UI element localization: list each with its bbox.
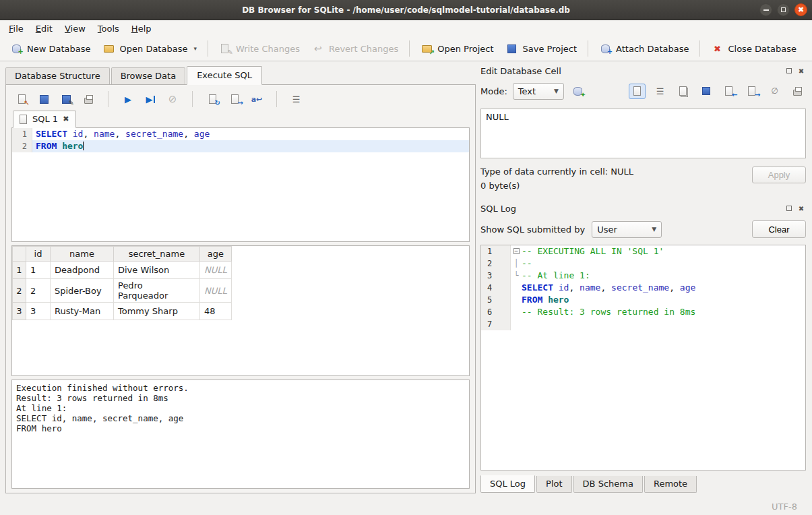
- print-sql-button[interactable]: [81, 92, 96, 107]
- text-mode-toggle-button[interactable]: [629, 84, 646, 99]
- new-database-button[interactable]: + New Database: [4, 39, 97, 58]
- cell-editor[interactable]: NULL: [480, 109, 806, 158]
- export-cell-button[interactable]: →: [743, 84, 760, 99]
- row-number[interactable]: 3: [13, 303, 26, 320]
- editor-line-current: 2 FROM hero: [12, 140, 469, 152]
- column-header-name[interactable]: name: [51, 247, 114, 262]
- results-grid[interactable]: id name secret_name age 1 1 Deadpond Div…: [11, 245, 470, 376]
- minimize-button[interactable]: [759, 3, 772, 16]
- new-database-icon: +: [10, 42, 22, 55]
- print-cell-button[interactable]: [789, 84, 806, 99]
- apply-button[interactable]: Apply: [752, 166, 806, 183]
- log-line: 1 − -- EXECUTING ALL IN 'SQL 1': [481, 245, 805, 258]
- execute-all-button[interactable]: ▶: [121, 92, 135, 107]
- save-sql-file-as-button[interactable]: ✎: [59, 92, 73, 107]
- attach-database-button[interactable]: + Attach Database: [593, 39, 695, 58]
- titlebar[interactable]: DB Browser for SQLite - /home/user/code/…: [0, 0, 812, 20]
- open-database-button[interactable]: Open Database ▾: [97, 39, 203, 58]
- sql-token: [542, 295, 548, 305]
- menu-file[interactable]: File: [3, 22, 30, 36]
- sql-token: ,: [569, 282, 580, 293]
- cell-age[interactable]: NULL: [200, 262, 232, 279]
- dock-tab-sql-log[interactable]: SQL Log: [480, 475, 535, 493]
- open-file-in-cell-button[interactable]: ✦: [569, 84, 586, 99]
- cell-secret-name[interactable]: Dive Wilson: [114, 262, 200, 279]
- clear-log-button[interactable]: Clear: [752, 220, 806, 238]
- find-replace-button[interactable]: ↻: [205, 92, 220, 107]
- open-sql-file-button[interactable]: ↖: [14, 92, 29, 107]
- word-wrap-toggle-button[interactable]: ☰: [652, 84, 668, 99]
- dock-tab-remote[interactable]: Remote: [644, 476, 697, 493]
- execute-current-line-button[interactable]: ▶: [143, 92, 158, 107]
- cell-age[interactable]: 48: [200, 303, 232, 320]
- cell-secret-name[interactable]: Tommy Sharp: [114, 303, 200, 320]
- menu-tools[interactable]: Tools: [92, 22, 125, 36]
- cell-age[interactable]: NULL: [200, 279, 232, 303]
- sql-tab[interactable]: SQL 1 ✖: [13, 111, 76, 128]
- row-number[interactable]: 1: [13, 262, 26, 279]
- cell-id[interactable]: 1: [26, 262, 51, 279]
- revert-changes-button[interactable]: ↩ Revert Changes: [306, 39, 404, 58]
- fold-marker-icon[interactable]: −: [511, 245, 522, 258]
- open-project-button[interactable]: ↗ Open Project: [414, 39, 499, 58]
- cell-name[interactable]: Spider-Boy: [51, 279, 114, 303]
- copy-cell-button[interactable]: [675, 84, 691, 99]
- corner-header[interactable]: [13, 247, 26, 262]
- row-number[interactable]: 2: [13, 279, 26, 303]
- sql-token: id: [73, 129, 84, 139]
- open-database-dropdown-icon[interactable]: ▾: [193, 45, 197, 52]
- cell-name[interactable]: Rusty-Man: [51, 303, 114, 320]
- close-window-button[interactable]: ✖: [794, 3, 807, 16]
- sql-token: ,: [83, 129, 94, 139]
- column-header-secret-name[interactable]: secret_name: [114, 247, 200, 262]
- message-line: Result: 3 rows returned in 8ms: [16, 393, 465, 403]
- menu-edit[interactable]: Edit: [30, 22, 59, 36]
- dock-tab-plot[interactable]: Plot: [536, 476, 572, 493]
- column-header-id[interactable]: id: [26, 247, 51, 262]
- log-line-number: 5: [481, 294, 511, 306]
- cell-secret-name[interactable]: Pedro Parqueador: [114, 279, 200, 303]
- close-dock-button[interactable]: ✖: [797, 66, 806, 75]
- float-dock-button[interactable]: [784, 66, 794, 75]
- column-header-age[interactable]: age: [200, 247, 232, 262]
- cell-id[interactable]: 3: [26, 303, 51, 320]
- cell-id[interactable]: 2: [26, 279, 51, 303]
- export-results-button[interactable]: →: [227, 92, 242, 107]
- write-changes-button[interactable]: ✎ Write Changes: [213, 39, 306, 58]
- tab-execute-sql[interactable]: Execute SQL: [187, 66, 262, 85]
- execution-message-box[interactable]: Execution finished without errors. Resul…: [11, 380, 470, 489]
- sql-editor[interactable]: 1 SELECT id, name, secret_name, age 2 FR…: [11, 127, 470, 242]
- save-sql-file-button[interactable]: [36, 92, 51, 107]
- word-wrap-button[interactable]: a↩: [249, 92, 264, 107]
- text-document-icon: [631, 85, 644, 97]
- close-database-icon: ✖: [711, 42, 723, 55]
- log-line-number: 7: [481, 318, 511, 330]
- close-dock-button[interactable]: ✖: [797, 204, 806, 213]
- tab-database-structure[interactable]: Database Structure: [5, 67, 110, 84]
- play-icon: ▶: [125, 95, 131, 104]
- menu-help[interactable]: Help: [125, 22, 158, 36]
- save-project-button[interactable]: Save Project: [500, 39, 584, 58]
- submitted-by-select[interactable]: User ▼: [592, 221, 662, 238]
- mode-select[interactable]: Text ▼: [513, 83, 564, 100]
- sql-token: id: [559, 282, 569, 293]
- maximize-icon: [781, 7, 786, 12]
- log-line: 2 │ --: [481, 258, 805, 270]
- sql-log-view[interactable]: 1 − -- EXECUTING ALL IN 'SQL 1' 2 │ -- 3…: [480, 245, 806, 471]
- set-null-button[interactable]: ∅: [766, 84, 783, 99]
- close-database-button[interactable]: ✖ Close Database: [705, 39, 803, 58]
- tab-browse-data[interactable]: Browse Data: [111, 67, 186, 84]
- cell-name[interactable]: Deadpond: [51, 262, 114, 279]
- menu-view[interactable]: View: [59, 22, 92, 36]
- stop-execution-button[interactable]: ⊘: [165, 92, 180, 107]
- maximize-button[interactable]: [777, 3, 790, 16]
- format-sql-button[interactable]: ☰: [289, 92, 304, 107]
- import-cell-button[interactable]: ←: [720, 84, 737, 99]
- editor-line: 1 SELECT id, name, secret_name, age: [12, 128, 469, 140]
- float-dock-button[interactable]: [784, 204, 794, 213]
- edit-cell-dock-header: Edit Database Cell ✖: [480, 64, 806, 78]
- close-sql-tab-icon[interactable]: ✖: [63, 115, 69, 123]
- dock-tab-db-schema[interactable]: DB Schema: [573, 476, 643, 493]
- save-cell-button[interactable]: [697, 84, 714, 99]
- cell-content: NULL: [486, 112, 509, 122]
